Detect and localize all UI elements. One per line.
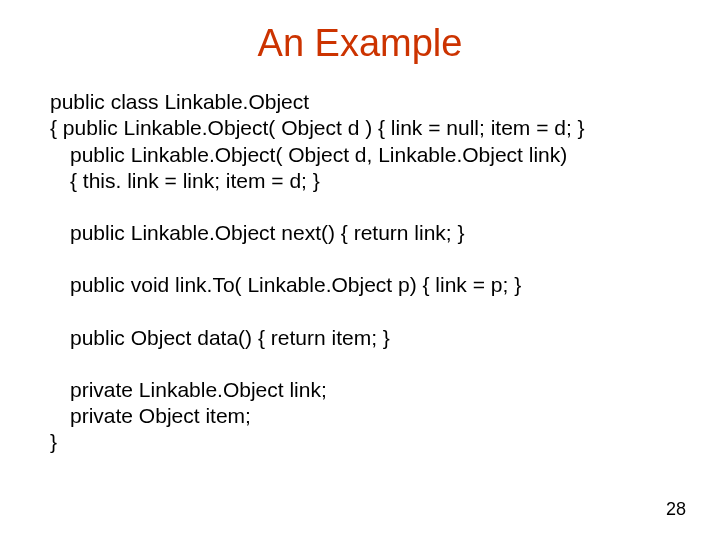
code-line: public void link.To( Linkable.Object p) … — [50, 272, 680, 298]
code-line: public Linkable.Object( Object d, Linkab… — [50, 142, 680, 168]
page-number: 28 — [666, 499, 686, 520]
code-line: } — [50, 429, 680, 455]
code-line: private Object item; — [50, 403, 680, 429]
code-line: public Linkable.Object next() { return l… — [50, 220, 680, 246]
blank-line — [50, 194, 680, 220]
slide: An Example public class Linkable.Object … — [0, 22, 720, 540]
code-block: public class Linkable.Object { public Li… — [0, 89, 720, 456]
blank-line — [50, 246, 680, 272]
code-line: public Object data() { return item; } — [50, 325, 680, 351]
code-line: { this. link = link; item = d; } — [50, 168, 680, 194]
code-line: public class Linkable.Object — [50, 89, 680, 115]
code-line: { public Linkable.Object( Object d ) { l… — [50, 115, 680, 141]
blank-line — [50, 299, 680, 325]
code-line: private Linkable.Object link; — [50, 377, 680, 403]
slide-title: An Example — [0, 22, 720, 65]
blank-line — [50, 351, 680, 377]
